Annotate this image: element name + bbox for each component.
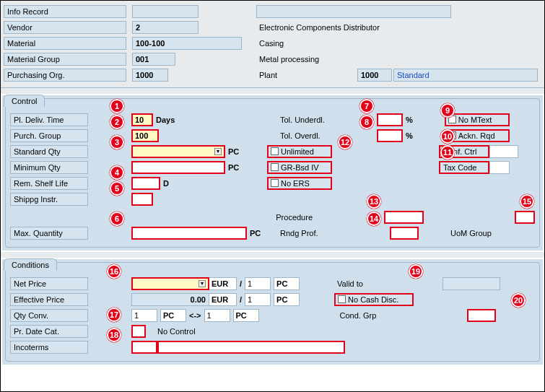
qty-conv-label: Qty Conv.	[10, 309, 88, 322]
no-cash-disc-checkbox[interactable]: No Cash Disc.	[334, 293, 414, 306]
net-price-label: Net Price	[10, 277, 88, 290]
gr-bsd-iv-checkbox[interactable]: GR-Bsd IV	[267, 161, 332, 174]
min-qty-unit: PC	[225, 162, 247, 173]
marker-15: 15	[520, 194, 534, 209]
valid-to-label: Valid to	[334, 277, 378, 290]
deliv-time-unit: Days	[153, 114, 211, 126]
valid-to-value	[442, 277, 500, 290]
porg-label: Purchasing Org.	[4, 69, 126, 82]
marker-8: 8	[359, 115, 374, 129]
min-qty-input[interactable]	[131, 161, 225, 174]
plant-label: Plant	[256, 69, 357, 81]
marker-5: 5	[110, 181, 124, 196]
deliv-time-label: Pl. Deliv. Time	[10, 113, 88, 126]
max-qty-label: Max. Quantity	[10, 227, 88, 240]
marker-3: 3	[110, 135, 124, 149]
purch-group-input[interactable]: 100	[131, 129, 159, 142]
info-record-label: Info Record	[4, 5, 126, 18]
shelf-life-input[interactable]	[131, 177, 160, 190]
min-qty-label: Minimum Qty	[10, 161, 88, 174]
marker-19: 19	[409, 264, 423, 279]
marker-17: 17	[107, 308, 121, 322]
material-value: 100-100	[132, 37, 242, 50]
vendor-label: Vendor	[4, 21, 126, 34]
cond-grp-label: Cond. Grp	[337, 309, 395, 322]
marker-1: 1	[110, 99, 124, 113]
eff-price-label: Effective Price	[10, 293, 88, 306]
rndg-prof-input[interactable]	[390, 227, 419, 240]
procedure-input[interactable]	[384, 211, 424, 224]
qty-conv-v1[interactable]: 1	[131, 309, 157, 322]
vendor-value: 2	[132, 21, 199, 34]
slash-2: /	[237, 294, 245, 305]
conf-ctrl-input[interactable]	[489, 145, 518, 158]
shelf-life-label: Rem. Shelf Life	[10, 177, 88, 190]
no-mtext-checkbox[interactable]: No MText	[445, 113, 510, 126]
slash-1: /	[237, 278, 245, 289]
pr-date-cat-desc: No Control	[154, 326, 199, 337]
matgroup-label: Material Group	[4, 53, 126, 66]
std-qty-label: Standard Qty	[10, 145, 88, 158]
marker-6: 6	[110, 212, 124, 226]
unlimited-checkbox[interactable]: Unlimited	[267, 145, 332, 158]
marker-2: 2	[110, 115, 124, 129]
ship-instr-input[interactable]	[131, 193, 153, 206]
tax-code-input[interactable]	[489, 161, 510, 174]
porg-value: 1000	[132, 69, 168, 82]
conditions-section: Conditions Net Price ▾ EUR / 1 PC Valid …	[2, 259, 543, 365]
marker-20: 20	[511, 293, 526, 308]
uom-group-input[interactable]	[515, 211, 535, 224]
net-price-unit: PC	[274, 277, 300, 290]
std-qty-input[interactable]: ▾	[131, 145, 225, 158]
plant-value: 1000	[357, 69, 392, 82]
control-section: Control Pl. Deliv. Time 10 Days Tol. Und…	[2, 95, 543, 251]
eff-price-value: 0.00	[131, 293, 209, 306]
net-price-input[interactable]: ▾	[131, 277, 209, 290]
tol-under-input[interactable]	[377, 113, 403, 126]
cond-grp-input[interactable]	[467, 309, 496, 322]
tol-over-label: Tol. Overdl.	[277, 129, 346, 142]
percent-sign-2: %	[403, 130, 416, 141]
net-price-per[interactable]: 1	[245, 277, 271, 290]
marker-18: 18	[107, 328, 121, 342]
header-block: Info Record Vendor 2 Electronic Componen…	[1, 1, 544, 88]
ship-instr-label: Shippg Instr.	[10, 193, 88, 206]
matgroup-value: 001	[132, 53, 175, 66]
rndg-prof-label: Rndg Prof.	[277, 227, 346, 240]
marker-9: 9	[440, 103, 455, 118]
max-qty-input[interactable]	[131, 227, 247, 240]
tol-under-label: Tol. Underdl.	[277, 113, 346, 126]
percent-sign-1: %	[403, 114, 416, 126]
f4-help-icon[interactable]: ▾	[199, 280, 206, 287]
marker-16: 16	[107, 264, 121, 279]
material-label: Material	[4, 37, 126, 50]
incoterms-label: Incoterms	[10, 341, 88, 354]
tax-code-label: Tax Code	[439, 161, 489, 174]
marker-14: 14	[367, 212, 381, 226]
eff-price-per: 1	[245, 293, 271, 306]
pr-date-cat-input[interactable]	[131, 325, 146, 338]
deliv-time-input[interactable]: 10	[131, 113, 153, 126]
marker-4: 4	[110, 165, 124, 180]
no-ers-checkbox[interactable]: No ERS	[267, 177, 332, 190]
incoterms-input-2[interactable]	[157, 341, 345, 354]
qty-conv-op: <->	[186, 310, 204, 321]
f4-help-icon[interactable]: ▾	[214, 148, 222, 155]
purch-group-label: Purch. Group	[10, 129, 88, 142]
incoterms-input-1[interactable]	[131, 341, 157, 354]
qty-conv-u2: PC	[233, 309, 259, 322]
max-qty-unit: PC	[247, 227, 269, 239]
matgroup-desc: Metal processing	[256, 53, 322, 65]
qty-conv-v2[interactable]: 1	[204, 309, 230, 322]
eff-price-unit: PC	[274, 293, 300, 306]
qty-conv-u1: PC	[160, 309, 186, 322]
control-tab: Control	[4, 95, 45, 107]
info-record-desc	[256, 5, 451, 18]
tol-over-input[interactable]	[377, 129, 403, 142]
pr-date-cat-label: Pr. Date Cat.	[10, 325, 88, 338]
marker-12: 12	[338, 135, 352, 149]
plant-desc-link[interactable]: Standard	[393, 69, 538, 82]
procedure-label: Procedure	[273, 211, 341, 224]
net-price-curr: EUR	[209, 277, 237, 290]
std-qty-unit: PC	[225, 146, 247, 157]
